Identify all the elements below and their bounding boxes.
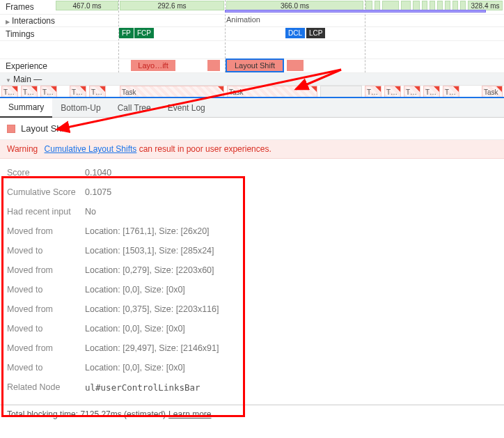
- layout-shift-block[interactable]: [207, 60, 220, 71]
- track-label-experience: Experience: [0, 61, 56, 71]
- track-label-interactions[interactable]: Interactions: [0, 16, 56, 26]
- frame-block[interactable]: 467.0 ms: [56, 1, 118, 10]
- details-value: Location: [0,0], Size: [0x0]: [85, 285, 185, 295]
- track-timings: Timings FP FCP DCL LCP: [0, 26, 504, 40]
- details-row: Moved fromLocation: [0,375], Size: [2203…: [7, 299, 240, 319]
- details-value: Location: [0,0], Size: [0x0]: [85, 324, 185, 334]
- details-key: Score: [7, 168, 85, 178]
- details-key: Moved from: [7, 304, 85, 314]
- badge-dcl[interactable]: DCL: [285, 28, 305, 38]
- layout-shift-block-selected[interactable]: Layout Shift: [227, 60, 283, 71]
- track-label-main[interactable]: Main —: [0, 75, 56, 84]
- details-value: ul#userControlLinksBar: [85, 382, 200, 393]
- frame-block[interactable]: [437, 1, 443, 10]
- animation-label: Animation: [226, 15, 260, 24]
- track-label-frames: Frames: [0, 2, 56, 12]
- track-spacer: [0, 40, 504, 58]
- details-key: Related Node: [7, 382, 85, 393]
- details-value: 0.1040: [85, 168, 111, 178]
- warning-rest: can result in poor user experiences.: [136, 144, 271, 154]
- footer-bar: Total blocking time: 7125.27ms (estimate…: [0, 405, 504, 423]
- details-row: Moved fromLocation: [0,279], Size: [2203…: [7, 260, 240, 280]
- tab-summary[interactable]: Summary: [0, 98, 52, 118]
- details-key: Cumulative Score: [7, 187, 85, 197]
- details-row: Moved toLocation: [0,0], Size: [0x0]: [7, 280, 240, 299]
- details-value: Location: [1761,1], Size: [26x20]: [85, 226, 210, 236]
- details-row: Score0.1040: [7, 163, 240, 182]
- details-row: Related Nodeul#userControlLinksBar: [7, 377, 240, 398]
- details-row: Moved fromLocation: [1761,1], Size: [26x…: [7, 221, 240, 241]
- details-key: Moved to: [7, 285, 85, 295]
- details-value: No: [85, 207, 96, 217]
- details-row: Moved fromLocation: [29,497], Size: [214…: [7, 338, 240, 358]
- track-experience: Experience Layo…ift Layout Shift: [0, 58, 504, 72]
- details-value: Location: [0,0], Size: [0x0]: [85, 363, 185, 373]
- details-value: Location: [0,279], Size: [2203x60]: [85, 265, 214, 275]
- footer-text: Total blocking time: 7125.27ms (estimate…: [7, 409, 166, 419]
- frame-block[interactable]: 366.0 ms: [226, 1, 363, 10]
- layout-shift-block[interactable]: [287, 60, 304, 71]
- details-tabs: Summary Bottom-Up Call Tree Event Log: [0, 98, 504, 118]
- details-row: Cumulative Score0.1075: [7, 182, 240, 202]
- frame-block[interactable]: 328.4 ms: [468, 1, 503, 10]
- color-chip-icon: [7, 125, 15, 133]
- frame-block[interactable]: [452, 1, 458, 10]
- frame-block[interactable]: [422, 1, 427, 10]
- layout-shift-block[interactable]: Layo…ift: [131, 60, 175, 71]
- details-key: Moved from: [7, 343, 85, 353]
- track-interactions: Interactions Animation: [0, 14, 504, 26]
- summary-title-row: Layout Shift: [0, 118, 504, 140]
- warning-link[interactable]: Cumulative Layout Shifts: [45, 144, 137, 154]
- details-key: Moved to: [7, 324, 85, 334]
- warning-bar: Warning Cumulative Layout Shifts can res…: [0, 140, 504, 159]
- badge-lcp[interactable]: LCP: [306, 28, 325, 38]
- track-main[interactable]: Main —: [0, 72, 504, 85]
- details-value: Location: [0,375], Size: [2203x116]: [85, 304, 219, 314]
- details-value: Location: [1503,1], Size: [285x24]: [85, 246, 214, 256]
- learn-more-link[interactable]: Learn more: [168, 409, 211, 419]
- frame-block[interactable]: [430, 1, 435, 10]
- main-tasks-row[interactable]: T… T… T… T… T… Task Task T… T… T… T… T… …: [0, 85, 504, 97]
- details-value: 0.1075: [85, 187, 111, 197]
- frame-block[interactable]: [445, 1, 450, 10]
- details-row: Moved toLocation: [0,0], Size: [0x0]: [7, 319, 240, 338]
- frame-block[interactable]: [382, 1, 399, 10]
- frame-block[interactable]: [365, 1, 372, 10]
- warning-label: Warning: [7, 144, 38, 154]
- details-value: Location: [29,497], Size: [2146x91]: [85, 343, 219, 353]
- frame-block[interactable]: [401, 1, 411, 10]
- details-row: Moved toLocation: [0,0], Size: [0x0]: [7, 358, 240, 377]
- details-row: Moved toLocation: [1503,1], Size: [285x2…: [7, 241, 240, 260]
- frame-block[interactable]: [460, 1, 466, 10]
- summary-title: Layout Shift: [21, 123, 69, 134]
- track-frames: Frames 467.0 ms 292.6 ms 366.0 ms 328.4 …: [0, 0, 504, 14]
- badge-fcp[interactable]: FCP: [134, 28, 154, 38]
- activity-bar: [225, 10, 486, 13]
- details-row: Had recent inputNo: [7, 202, 240, 221]
- details-key: Had recent input: [7, 207, 85, 217]
- frame-block[interactable]: 292.6 ms: [120, 1, 224, 10]
- tab-event-log[interactable]: Event Log: [159, 98, 214, 118]
- details-key: Moved from: [7, 226, 85, 236]
- details-key: Moved to: [7, 363, 85, 373]
- frame-block[interactable]: [375, 1, 380, 10]
- badge-fp[interactable]: FP: [119, 28, 134, 38]
- details-key: Moved from: [7, 265, 85, 275]
- frame-block[interactable]: [413, 1, 420, 10]
- tab-bottom-up[interactable]: Bottom-Up: [52, 98, 109, 118]
- details-key: Moved to: [7, 246, 85, 256]
- timeline-panel[interactable]: Frames 467.0 ms 292.6 ms 366.0 ms 328.4 …: [0, 0, 504, 98]
- track-label-timings: Timings: [0, 29, 56, 39]
- tab-call-tree[interactable]: Call Tree: [109, 98, 159, 118]
- summary-details: Score0.1040Cumulative Score0.1075Had rec…: [0, 159, 504, 405]
